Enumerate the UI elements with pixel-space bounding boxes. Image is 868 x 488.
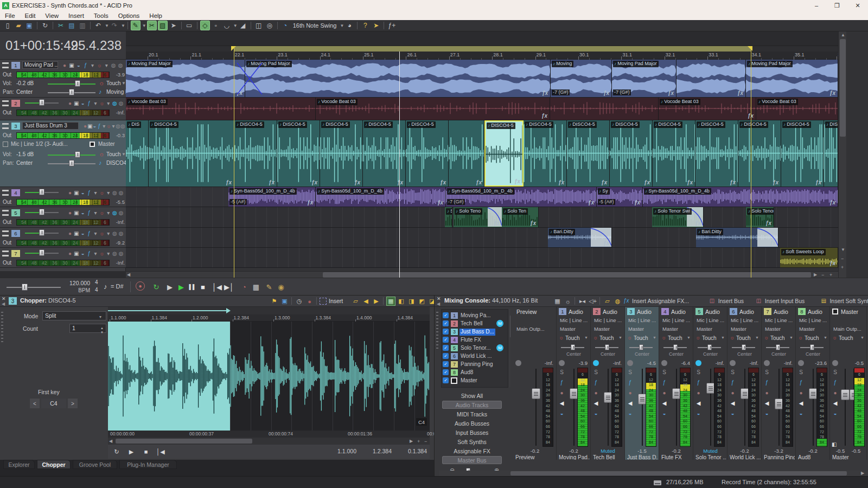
clip[interactable]: ♪ Syn-Bass05d_100_m_D_4bƒx-5 (A#) (228, 187, 316, 207)
chopper-play-button[interactable]: ▶ (126, 447, 137, 456)
chopper-go-to-start-button[interactable]: │◀ (155, 447, 166, 456)
volume-value[interactable]: -1.5 dB (16, 151, 34, 157)
pan-value[interactable]: Center (16, 160, 33, 166)
track-header-2[interactable]: 2●▣◒ƒ▾☼▾◍◍Out54484236302418126-Inf. (0, 98, 126, 120)
groove-name-label[interactable]: 16th Note Swing (293, 22, 337, 29)
clip[interactable]: ♪ DISCO4-5ƒx (738, 120, 781, 187)
clip-fx-icon[interactable]: ƒx (541, 113, 547, 119)
phase-icon[interactable]: ◍ (110, 61, 117, 69)
clip[interactable]: ♪ DISCO4-5ƒx (695, 120, 738, 187)
channel-name[interactable]: Tech Bell (593, 454, 624, 460)
clip-fx-icon[interactable]: ƒx (730, 179, 736, 185)
peak-value[interactable]: -Inf. (605, 360, 622, 366)
channel-name[interactable]: Flute FX (661, 454, 692, 460)
count-input[interactable]: 1▲▼ (69, 324, 106, 333)
marker-icon[interactable]: ▱ (603, 297, 612, 306)
channel-input-select[interactable]: Mic | Line ... (594, 317, 622, 323)
automation-gear-icon[interactable]: ☼ (99, 80, 104, 86)
first-key-prev-button[interactable]: < (30, 399, 40, 408)
alarm-icon[interactable]: ◷ (295, 297, 304, 306)
reorder-handle-icon[interactable] (2, 100, 9, 106)
h-scroll-left-arrow[interactable]: ◀ (127, 272, 130, 277)
marker-paste-icon[interactable]: ▱ (351, 297, 360, 306)
cut-button[interactable]: ✂ (56, 21, 66, 30)
clip-fx-icon[interactable]: ƒx (634, 200, 640, 206)
pan-value[interactable]: Center (557, 351, 591, 357)
automation-caret[interactable]: ▼ (755, 336, 759, 339)
channel-output-select[interactable]: Main Outp... (516, 326, 545, 332)
spotlight-icon[interactable]: ◍ (613, 297, 622, 306)
menu-insert[interactable]: Insert (63, 11, 89, 20)
clip[interactable]: ♪ Bari.Dittyƒx (696, 228, 778, 247)
clip[interactable]: ♪ Solo Tenoƒx (454, 207, 502, 227)
link-grid-icon[interactable]: ▦ (386, 297, 395, 306)
mini-slider-knob[interactable] (39, 99, 44, 106)
track-name-field[interactable]: Just Bass Drum 3 (22, 122, 79, 130)
clip[interactable]: ♪ Vocode Beat 03ƒx (659, 98, 756, 120)
device-select-icon[interactable]: ▣ (68, 61, 75, 69)
mixer-scroll-thumb[interactable] (510, 471, 847, 476)
clip-fx-icon[interactable]: ƒx (644, 179, 650, 185)
automation-caret[interactable]: ▼ (653, 336, 656, 339)
count-spin-down[interactable]: ▼ (100, 329, 104, 337)
chopper-zoom-in[interactable]: + (417, 439, 420, 444)
timeline-v-scrollbar[interactable]: ▲▼−+ (838, 31, 846, 278)
channel-output-select[interactable]: Master (628, 326, 644, 332)
pan-knob-icon[interactable]: ◒ (661, 410, 668, 417)
peak-value[interactable]: -23.6 (810, 360, 827, 366)
minimize-button[interactable]: – (806, 0, 827, 11)
channel-fx-icon[interactable]: ƒ (627, 379, 634, 386)
clip-fx-icon[interactable]: ƒx (829, 90, 835, 96)
track-header-4[interactable]: 4●▣◒ƒ▾☼▾◍◍Out54484236302418126-5.5 (0, 187, 126, 207)
key-value[interactable]: = D# (111, 283, 124, 290)
speaker-icon[interactable]: ◀ (695, 400, 702, 407)
channel-strip-Preview[interactable]: PreviewMain Outp...-Inf.6121824303642485… (513, 307, 557, 460)
pan-value[interactable]: Center (796, 351, 830, 357)
clip-fx-icon[interactable]: ƒx (226, 179, 232, 185)
automation-mode-caret[interactable]: ▼ (122, 81, 126, 86)
reorder-handle-icon[interactable] (2, 251, 9, 256)
whats-this-help-button[interactable]: ? (360, 21, 370, 30)
solo-indicator-icon[interactable]: ◍ (117, 99, 125, 107)
channel-input-select[interactable]: Mic | Line ... (731, 317, 758, 323)
h-zoom-in-button[interactable]: + (829, 272, 832, 278)
speaker-icon[interactable]: ◀ (627, 400, 634, 407)
solo-icon[interactable]: S (832, 369, 839, 376)
channel-fx-icon[interactable]: ƒ (558, 379, 565, 386)
chopper-time-ruler[interactable]: 00:00:00:0000:00:00:3700:00:00:7400:00:0… (108, 431, 430, 438)
record-arm-icon[interactable]: ● (797, 389, 805, 396)
channel-name[interactable]: World Lick ... (730, 454, 761, 460)
mini-slider-knob[interactable] (39, 189, 44, 195)
track-header-6[interactable]: 6●▣◒ƒ▾☼▾◍◍Out54484236302418126-9.2 (0, 228, 126, 248)
draw-tool-button[interactable]: ✎ (131, 21, 141, 30)
selection-tool-button[interactable]: ➤ (169, 21, 178, 30)
chopper-zoom-out[interactable]: − (424, 439, 427, 444)
clip-fx-icon[interactable]: ƒx (397, 179, 403, 185)
insert-bus-button[interactable]: ◫Insert Bus (710, 297, 752, 306)
track-header-3[interactable]: 3Just Bass Drum 3●▣◒ƒ▾☼▾◍◍Out54484236302… (0, 120, 126, 187)
track-header-1[interactable]: 1Moving Pad ...●▣◒ƒ▾☼▾◍◍Out5448423630241… (0, 60, 126, 98)
pan-slider-knob[interactable] (776, 344, 780, 350)
channel-input-select[interactable]: Mic | Line ... (662, 317, 690, 323)
track-checkbox[interactable]: ✓ (443, 361, 449, 367)
clip[interactable]: ♪ DISCO4-5ƒx (567, 120, 610, 187)
chopper-stop-button[interactable]: ■ (141, 447, 151, 456)
undo-button[interactable]: ↶ (93, 21, 103, 30)
pan-slider-knob[interactable] (707, 344, 712, 350)
channel-fx-icon[interactable]: ƒ (797, 379, 805, 386)
clip[interactable]: ♪ DISCO4-5ƒx (277, 120, 320, 187)
bus-label[interactable]: Master (98, 141, 115, 147)
mixer-list-row[interactable]: ✓8Aud8 (443, 369, 505, 376)
pan-knob-icon[interactable]: ◒ (592, 410, 599, 417)
automation-gear-icon[interactable]: ☼ (661, 335, 666, 341)
track-checkbox[interactable]: ✓ (443, 353, 449, 359)
channel-fx-icon[interactable]: ƒ (695, 379, 702, 386)
record-arm-icon[interactable]: ● (627, 389, 634, 396)
solo-icon[interactable]: S (661, 369, 668, 376)
channel-name[interactable]: Master (832, 454, 866, 460)
pan-value[interactable]: Center (762, 351, 796, 357)
clip[interactable]: ♪ Vocode Beat 03 (756, 98, 838, 120)
track-name[interactable]: Tech Bell (459, 320, 495, 328)
track-checkbox[interactable]: ✓ (443, 377, 449, 383)
automation-gear-icon[interactable]: ☼ (730, 335, 735, 341)
